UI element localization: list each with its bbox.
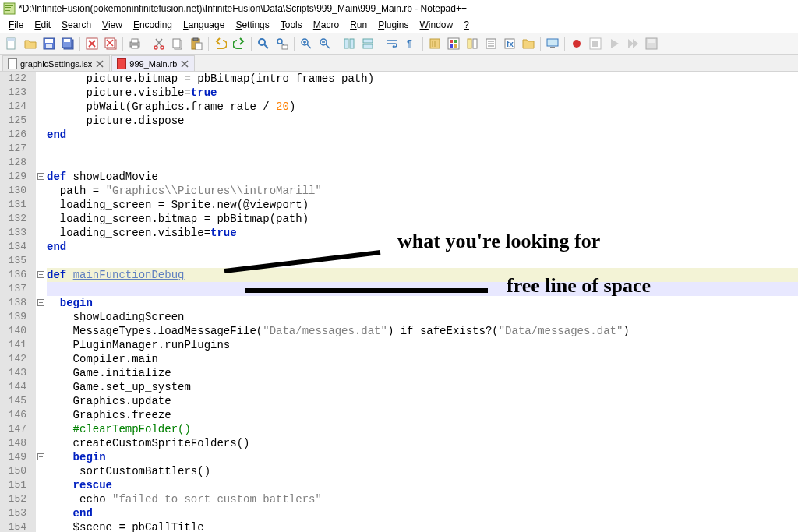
close-all-icon[interactable]	[102, 35, 119, 52]
menu-settings[interactable]: Settings	[230, 19, 274, 31]
sync-v-icon[interactable]	[341, 35, 358, 52]
cut-icon[interactable]	[150, 35, 168, 52]
new-file-icon[interactable]	[3, 35, 20, 52]
replace-icon[interactable]	[274, 35, 291, 52]
menu-help[interactable]: ?	[458, 19, 475, 31]
code-line[interactable]: MessageTypes.loadMessageFile("Data/messa…	[47, 324, 798, 338]
code-line[interactable]: loading_screen.bitmap = pbBitmap(path)	[47, 212, 798, 226]
code-editor[interactable]: 1221231241251261271281291301311321331341…	[0, 72, 798, 532]
menu-run[interactable]: Run	[344, 19, 373, 31]
undo-icon[interactable]	[212, 35, 229, 52]
menu-edit[interactable]: Edit	[29, 19, 56, 31]
sync-h-icon[interactable]	[359, 35, 376, 52]
code-line[interactable]: path = "Graphics\\Pictures\\introMarill"	[47, 184, 798, 198]
code-line[interactable]: end	[47, 506, 798, 520]
close-icon[interactable]	[83, 35, 101, 52]
code-line[interactable]: #clearTempFolder()	[47, 422, 798, 436]
code-line[interactable]: loading_screen.visible=true	[47, 226, 798, 240]
func-list-icon[interactable]: fx	[501, 35, 518, 52]
svg-rect-3	[5, 9, 12, 9]
code-line[interactable]: sortCustomBattlers()	[47, 464, 798, 478]
code-line[interactable]: loading_screen = Sprite.new(@viewport)	[47, 198, 798, 212]
monitor-icon[interactable]	[544, 35, 561, 52]
code-line[interactable]: Graphics.update	[47, 394, 798, 408]
code-line[interactable]: def mainFunctionDebug	[47, 268, 798, 282]
tab-999_main-rb[interactable]: 999_Main.rb	[111, 55, 195, 71]
menu-plugins[interactable]: Plugins	[373, 19, 414, 31]
title-bar: *D:\InfiniteFusion(pokemoninfinitefusion…	[0, 0, 798, 17]
menu-file[interactable]: File	[3, 19, 29, 31]
menu-tools[interactable]: Tools	[275, 19, 308, 31]
code-line[interactable]: picture.dispose	[47, 114, 798, 128]
find-icon[interactable]	[255, 35, 272, 52]
redo-icon[interactable]	[231, 35, 248, 52]
menu-window[interactable]: Window	[415, 19, 459, 31]
code-line[interactable]: Game.set_up_system	[47, 380, 798, 394]
line-number: 135	[0, 254, 31, 268]
indent-guide-icon[interactable]	[426, 35, 443, 52]
code-line[interactable]: picture.visible=true	[47, 86, 798, 100]
wordwrap-icon[interactable]	[383, 35, 401, 52]
code-line[interactable]: picture.bitmap = pbBitmap(intro_frames_p…	[47, 72, 798, 86]
code-line[interactable]: $scene = pbCallTitle	[47, 520, 798, 532]
doc-list-icon[interactable]	[482, 35, 500, 52]
open-file-icon[interactable]	[22, 35, 39, 52]
show-all-icon[interactable]: ¶	[402, 35, 419, 52]
folder-icon[interactable]	[520, 35, 537, 52]
menu-bar: FileEditSearchViewEncodingLanguageSettin…	[0, 17, 798, 33]
zoom-out-icon[interactable]	[316, 35, 334, 52]
code-line[interactable]: PluginManager.runPlugins	[47, 338, 798, 352]
svg-text:¶: ¶	[407, 38, 412, 49]
code-line[interactable]: def showLoadMovie	[47, 170, 798, 184]
menu-macro[interactable]: Macro	[308, 19, 344, 31]
save-all-icon[interactable]	[59, 35, 76, 52]
code-line[interactable]: createCustomSpriteFolders()	[47, 436, 798, 450]
code-line[interactable]: end	[47, 128, 798, 142]
code-line[interactable]: begin	[47, 296, 798, 310]
play-multi-icon[interactable]	[624, 35, 641, 52]
code-line[interactable]: begin	[47, 450, 798, 464]
code-line[interactable]: end	[47, 240, 798, 254]
tab-close-icon[interactable]	[95, 59, 104, 69]
menu-language[interactable]: Language	[178, 19, 230, 31]
code-line[interactable]: rescue	[47, 478, 798, 492]
code-line[interactable]	[47, 156, 798, 170]
code-line[interactable]: Graphics.freeze	[47, 408, 798, 422]
svg-rect-6	[7, 38, 15, 41]
line-number: 123	[0, 86, 31, 100]
svg-rect-33	[363, 39, 373, 43]
save-icon[interactable]	[41, 35, 58, 52]
tab-close-icon[interactable]	[180, 59, 189, 69]
doc-map-icon[interactable]	[464, 35, 481, 52]
stop-icon[interactable]	[587, 35, 604, 52]
line-number: 122	[0, 72, 31, 86]
zoom-in-icon[interactable]	[298, 35, 315, 52]
fold-guide	[41, 177, 41, 247]
menu-encoding[interactable]: Encoding	[128, 19, 178, 31]
code-line[interactable]: echo "failed to sort custom battlers"	[47, 492, 798, 506]
tab-graphicsettings-lsx[interactable]: graphicSettings.lsx	[2, 55, 110, 71]
code-line[interactable]: showLoadingScreen	[47, 310, 798, 324]
code-line[interactable]: Compiler.main	[47, 352, 798, 366]
menu-search[interactable]: Search	[56, 19, 97, 31]
line-number: 141	[0, 338, 31, 352]
code-line[interactable]: Game.initialize	[47, 366, 798, 380]
copy-icon[interactable]	[169, 35, 186, 52]
record-icon[interactable]	[568, 35, 585, 52]
code-line[interactable]	[47, 142, 798, 156]
udl-icon[interactable]	[445, 35, 462, 52]
play-icon[interactable]	[606, 35, 623, 52]
print-icon[interactable]	[126, 35, 143, 52]
line-number: 151	[0, 478, 31, 492]
annotation-arrow-2	[242, 285, 491, 296]
code-line[interactable]: pbWait(Graphics.frame_rate / 20)	[47, 100, 798, 114]
svg-rect-38	[450, 40, 453, 43]
paste-icon[interactable]	[188, 35, 205, 52]
save-macro-icon[interactable]	[643, 35, 660, 52]
svg-rect-34	[363, 44, 373, 48]
menu-view[interactable]: View	[97, 19, 128, 31]
svg-rect-47	[547, 39, 558, 46]
code-line[interactable]	[47, 254, 798, 268]
line-number: 126	[0, 128, 31, 142]
tab-label: graphicSettings.lsx	[20, 59, 92, 69]
